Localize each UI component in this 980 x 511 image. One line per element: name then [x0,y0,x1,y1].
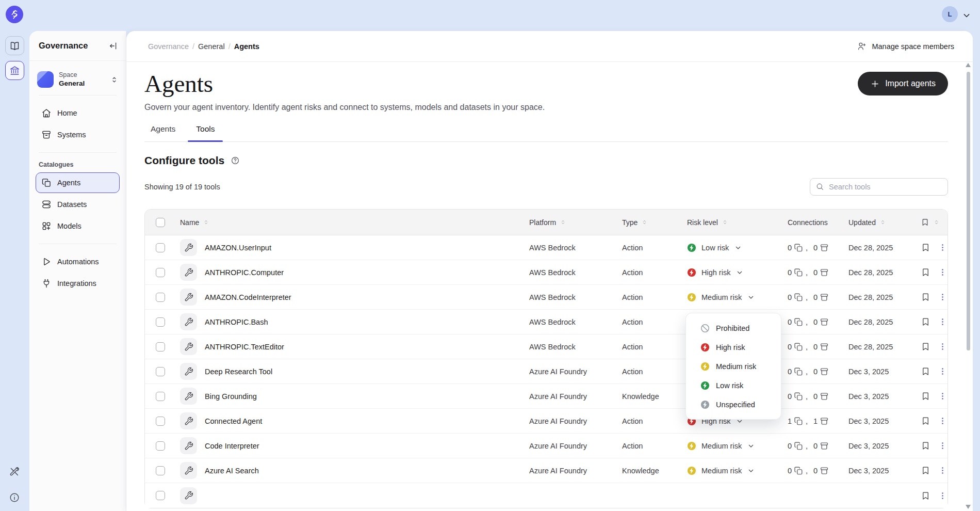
systems-drawer-icon [820,243,829,252]
bookmark-icon[interactable] [921,243,930,252]
column-header-type[interactable]: Type [622,218,648,227]
scroll-up-arrow[interactable] [966,63,971,67]
risk-level-select[interactable]: Medium risk [687,293,755,302]
sidebar-item-models[interactable]: Models [36,216,120,236]
info-icon[interactable] [9,492,20,503]
bookmark-icon[interactable] [921,491,930,501]
row-menu-kebab-icon[interactable] [938,491,947,500]
scroll-down-arrow[interactable] [966,505,971,509]
import-agents-button[interactable]: Import agents [858,72,948,95]
row-menu-kebab-icon[interactable] [938,268,947,277]
risk-badge-icon [687,268,696,277]
tool-name[interactable]: ANTHROPIC.TextEditor [205,343,284,351]
systems-drawer-icon [820,466,829,475]
user-menu-chevron-down-icon[interactable] [961,10,972,21]
person-plus-icon [857,41,867,51]
collapse-sidebar-icon[interactable] [108,41,119,51]
sidebar-item-automations[interactable]: Automations [36,251,120,272]
row-menu-kebab-icon[interactable] [938,441,947,450]
risk-option-prohibited[interactable]: Prohibited [686,318,781,338]
sidebar-item-datasets[interactable]: Datasets [36,194,120,215]
row-menu-kebab-icon[interactable] [938,367,947,376]
scrollbar-thumb[interactable] [967,72,970,350]
vertical-scrollbar[interactable] [965,61,972,511]
tool-name[interactable]: AMAZON.UserInput [205,244,271,252]
breadcrumb-general[interactable]: General [198,42,225,51]
row-menu-kebab-icon[interactable] [938,317,947,326]
risk-option-low[interactable]: Low risk [686,376,781,395]
column-header-bookmark[interactable] [921,218,940,227]
app-logo-icon[interactable] [6,6,23,23]
tool-name[interactable]: ANTHROPIC.Computer [205,268,284,277]
risk-level-select[interactable]: Low risk [687,243,742,252]
manage-space-members-button[interactable]: Manage space members [857,41,954,51]
docs-book-icon[interactable] [5,36,24,55]
bookmark-icon[interactable] [921,342,930,352]
bookmark-icon[interactable] [921,391,930,401]
sidebar-item-integrations[interactable]: Integrations [36,273,120,294]
row-menu-kebab-icon[interactable] [938,417,947,425]
row-checkbox[interactable] [156,317,165,327]
tool-name[interactable]: Deep Research Tool [205,368,272,376]
tool-name[interactable]: Connected Agent [205,417,262,425]
bookmark-icon[interactable] [921,267,930,277]
tab-tools[interactable]: Tools [196,124,215,141]
tool-name[interactable]: ANTHROPIC.Bash [205,318,268,326]
bookmark-icon[interactable] [921,292,930,302]
tool-platform: Azure AI Foundry [529,368,587,376]
row-menu-kebab-icon[interactable] [938,243,947,252]
breadcrumb-governance[interactable]: Governance [148,42,189,51]
sidebar-item-systems[interactable]: Systems [36,124,120,145]
risk-level-select[interactable]: Medium risk [687,441,755,451]
space-selector[interactable]: Space General [37,71,119,88]
bookmark-icon[interactable] [921,416,930,426]
row-checkbox[interactable] [156,466,165,475]
bookmark-icon[interactable] [921,317,930,327]
sidebar-item-agents[interactable]: Agents [36,172,120,193]
column-header-connections[interactable]: Connections [788,218,828,227]
risk-option-high[interactable]: High risk [686,338,781,357]
row-checkbox[interactable] [156,441,165,451]
bookmark-icon[interactable] [921,441,930,451]
space-switch-chevrons-icon[interactable] [110,75,119,84]
tool-name[interactable]: AMAZON.CodeInterpreter [205,293,291,301]
column-header-updated[interactable]: Updated [848,218,886,227]
updated-date: Dec 3, 2025 [848,417,889,425]
wrench-icon [180,363,197,380]
row-menu-kebab-icon[interactable] [938,342,947,351]
governance-bank-icon[interactable] [5,61,24,80]
sidebar-item-home[interactable]: Home [36,103,120,123]
agents-count: 0 [788,268,792,277]
user-avatar[interactable]: L [942,6,958,22]
search-input[interactable] [810,178,948,196]
wrench-icon [180,289,197,306]
column-header-name[interactable]: Name [180,218,209,227]
bookmark-icon[interactable] [921,366,930,376]
tool-name[interactable]: Azure AI Search [205,467,259,475]
row-menu-kebab-icon[interactable] [938,293,947,301]
risk-level-select[interactable]: High risk [687,268,744,277]
row-checkbox[interactable] [156,342,165,352]
help-question-icon[interactable] [231,156,240,165]
row-checkbox[interactable] [156,392,165,401]
risk-level-select[interactable]: Medium risk [687,466,755,475]
row-checkbox[interactable] [156,243,165,252]
tool-name[interactable]: Code Interpreter [205,442,259,450]
column-header-risk-level[interactable]: Risk level [687,218,728,227]
bookmark-icon[interactable] [921,466,930,475]
row-checkbox[interactable] [156,491,165,500]
row-checkbox[interactable] [156,268,165,277]
dev-tools-icon[interactable] [9,466,20,477]
risk-option-medium[interactable]: Medium risk [686,357,781,376]
sort-icon [203,219,209,226]
select-all-checkbox[interactable] [156,218,165,227]
row-menu-kebab-icon[interactable] [938,466,947,475]
column-header-platform[interactable]: Platform [529,218,566,227]
row-checkbox[interactable] [156,367,165,376]
row-menu-kebab-icon[interactable] [938,392,947,401]
tab-agents[interactable]: Agents [151,124,175,141]
row-checkbox[interactable] [156,417,165,426]
row-checkbox[interactable] [156,293,165,302]
risk-option-unspecified[interactable]: Unspecified [686,395,781,414]
tool-name[interactable]: Bing Grounding [205,392,257,401]
